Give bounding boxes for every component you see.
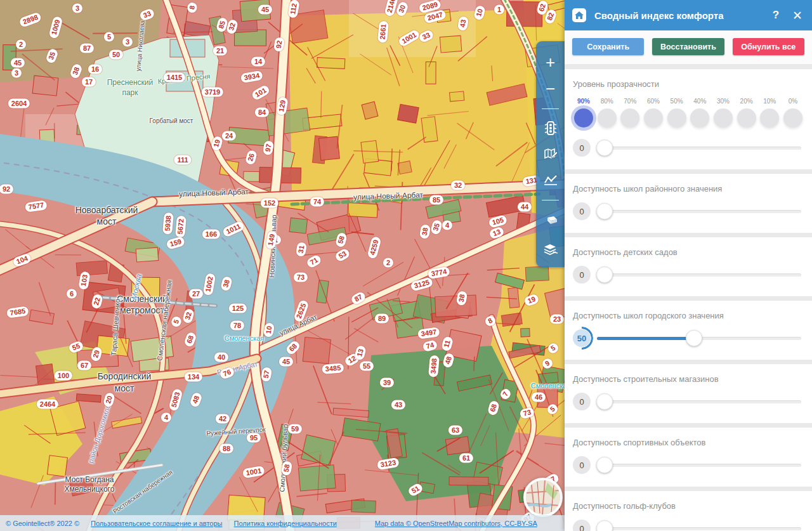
slider-track[interactable]: [597, 273, 801, 277]
slider-track[interactable]: [597, 400, 801, 403]
traffic-light-icon[interactable]: [536, 115, 565, 141]
slider-track[interactable]: [597, 337, 801, 340]
transparency-option-circle[interactable]: [574, 108, 593, 128]
measure-map-icon[interactable]: [536, 141, 565, 167]
transparency-option-label: 80%: [596, 98, 618, 105]
eraser-icon[interactable]: [536, 208, 565, 233]
factor-slider: 0: [573, 456, 804, 474]
line-chart-icon[interactable]: [536, 167, 565, 193]
map-toolbar: + −: [536, 41, 565, 267]
transparency-card: Уровень прозрачности 90%80%70%60%50%40%3…: [565, 69, 812, 169]
slider-track[interactable]: [597, 210, 801, 213]
slider-value-badge: 0: [573, 393, 591, 410]
transparency-option-circle[interactable]: [737, 108, 756, 128]
transparency-option-10[interactable]: 10%: [759, 98, 780, 128]
terms-link[interactable]: Пользовательское соглашение и авторы: [91, 520, 222, 527]
transparency-label: Уровень прозрачности: [573, 79, 804, 89]
map-attribution: © Geointellect® 2022 © Пользовательское …: [0, 515, 565, 531]
factor-slider: 50: [573, 329, 804, 347]
factor-slider: 0: [573, 393, 804, 410]
factor-slider: 0: [573, 266, 804, 284]
transparency-option-40[interactable]: 40%: [689, 98, 710, 128]
transparency-option-label: 40%: [689, 98, 710, 105]
slider-thumb[interactable]: [686, 330, 702, 346]
transparency-slider: 0: [573, 139, 804, 157]
transparency-option-circle[interactable]: [714, 108, 733, 128]
slider-track[interactable]: [597, 527, 801, 530]
factor-card-hardware-stores: Доступность строительных магазинов 0: [565, 364, 812, 423]
transparency-option-20[interactable]: 20%: [736, 98, 757, 128]
slider-track[interactable]: [597, 464, 801, 467]
transparency-option-circle[interactable]: [598, 108, 617, 128]
factor-card-golf-clubs: Доступность гольф-клубов 0: [565, 491, 812, 531]
slider-value-badge: 50: [573, 329, 591, 347]
panel-title: Сводный индекс комфорта: [594, 10, 765, 21]
app: улица Новый Арбатулица Новый АрбатНовоар…: [0, 0, 812, 531]
factor-label: Доступность спортивных объектов: [573, 438, 804, 447]
transparency-option-label: 50%: [666, 98, 688, 105]
close-button[interactable]: ✕: [787, 4, 808, 26]
transparency-options: 90%80%70%60%50%40%30%20%10%0%: [573, 98, 804, 139]
slider-thumb[interactable]: [596, 266, 613, 283]
save-button[interactable]: Сохранить: [572, 38, 644, 55]
panel-actions: Сохранить Восстановить Обнулить все: [565, 30, 812, 64]
transparency-option-70[interactable]: 70%: [619, 98, 641, 128]
slider-thumb[interactable]: [596, 203, 613, 220]
slider-thumb[interactable]: [596, 393, 613, 410]
transparency-option-label: 90%: [573, 98, 594, 105]
slider-thumb[interactable]: [596, 520, 613, 531]
toolbar-divider: [542, 108, 559, 109]
restore-button[interactable]: Восстановить: [652, 38, 724, 55]
reset-all-button[interactable]: Обнулить все: [733, 38, 804, 55]
factor-card-sports-facilities: Доступность спортивных объектов 0: [565, 428, 812, 487]
factor-label: Доступность гольф-клубов: [573, 501, 804, 511]
minimap-preview: [526, 480, 560, 515]
toolbar-divider: [542, 200, 559, 200]
map-base: [0, 0, 565, 531]
transparency-option-label: 0%: [782, 98, 804, 105]
transparency-option-circle[interactable]: [620, 108, 639, 128]
transparency-option-circle[interactable]: [760, 108, 779, 128]
transparency-option-30[interactable]: 30%: [712, 98, 734, 128]
comfort-index-panel: Сводный индекс комфорта ? ✕ Сохранить Во…: [565, 0, 812, 531]
minimap[interactable]: [523, 478, 563, 517]
zoom-out-button[interactable]: −: [536, 76, 565, 102]
slider-thumb[interactable]: [596, 140, 613, 156]
transparency-option-circle[interactable]: [644, 108, 663, 128]
osm-attribution-link[interactable]: Map data © OpenStreetMap contributors, C…: [375, 520, 537, 527]
transparency-option-label: 70%: [619, 98, 641, 105]
transparency-option-60[interactable]: 60%: [643, 98, 664, 128]
transparency-option-circle[interactable]: [783, 108, 802, 128]
slider-thumb[interactable]: [596, 457, 613, 473]
help-button[interactable]: ?: [765, 4, 787, 26]
transparency-option-80[interactable]: 80%: [596, 98, 618, 128]
zoom-in-button[interactable]: +: [536, 49, 565, 75]
transparency-option-0[interactable]: 0%: [782, 98, 804, 128]
slider-value-badge: 0: [573, 456, 591, 474]
layers-icon[interactable]: [536, 237, 565, 262]
factor-card-city-schools: Доступность школ городского значения 50: [565, 301, 812, 360]
transparency-option-50[interactable]: 50%: [666, 98, 688, 128]
slider-value-badge: 0: [573, 266, 591, 284]
transparency-option-circle[interactable]: [690, 108, 709, 128]
slider-value-badge: 0: [573, 202, 591, 220]
home-icon: [572, 8, 587, 23]
transparency-option-label: 10%: [759, 98, 780, 105]
factor-slider: 0: [573, 520, 804, 531]
transparency-option-circle[interactable]: [667, 108, 686, 128]
transparency-option-label: 60%: [643, 98, 664, 105]
factor-slider: 0: [573, 202, 804, 220]
copyright-text: © Geointellect® 2022 ©: [6, 520, 79, 527]
privacy-link[interactable]: Политика конфиденциальности: [234, 520, 337, 527]
factor-label: Доступность школ районного значения: [573, 184, 804, 193]
slider-value-badge: 0: [573, 520, 591, 531]
transparency-option-90[interactable]: 90%: [573, 98, 594, 128]
map-canvas[interactable]: улица Новый Арбатулица Новый АрбатНовоар…: [0, 0, 565, 531]
slider-track[interactable]: [597, 147, 801, 150]
factor-card-kindergartens: Доступность детских садов 0: [565, 237, 812, 296]
factor-label: Доступность строительных магазинов: [573, 374, 804, 384]
panel-header: Сводный индекс комфорта ? ✕: [565, 0, 812, 30]
factor-card-district-schools: Доступность школ районного значения 0: [565, 174, 812, 233]
factor-label: Доступность школ городского значения: [573, 311, 804, 320]
transparency-option-label: 20%: [736, 98, 757, 105]
